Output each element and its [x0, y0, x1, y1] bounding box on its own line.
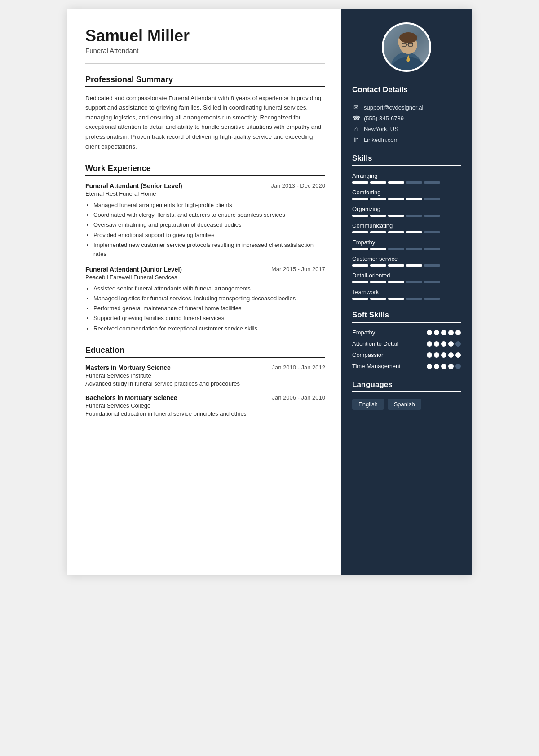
contact-text-2: NewYork, US: [364, 126, 398, 132]
contact-icon-2: ⌂: [352, 125, 360, 132]
job-date-1: Mar 2015 - Jun 2017: [271, 266, 325, 273]
contact-item-3: inLinkedIn.com: [352, 136, 461, 143]
edu-description-0: Advanced study in funeral service practi…: [85, 380, 325, 387]
soft-skill-row-0: Empathy: [352, 329, 461, 336]
skill-bar: [406, 231, 422, 233]
skill-bar: [352, 198, 368, 200]
skill-name-0: Arranging: [352, 172, 461, 179]
skill-bar: [388, 215, 404, 217]
soft-skills-title: Soft Skills: [352, 311, 461, 323]
skill-bar: [424, 215, 440, 217]
professional-summary-section: Professional Summary Dedicated and compa…: [85, 75, 325, 152]
skill-bar: [388, 181, 404, 184]
soft-skill-dots-1: [427, 341, 461, 347]
contact-text-3: LinkedIn.com: [364, 136, 398, 143]
skill-bar: [406, 181, 422, 184]
skill-bar: [370, 248, 386, 250]
soft-skill-dot: [455, 341, 461, 347]
skill-bar: [406, 198, 422, 200]
skill-bar: [424, 298, 440, 300]
work-experience-section: Work Experience Funeral Attendant (Senio…: [85, 164, 325, 333]
edu-date-0: Jan 2010 - Jan 2012: [272, 364, 325, 371]
job-bullet: Implemented new customer service protoco…: [93, 241, 325, 259]
languages-section: Languages EnglishSpanish: [352, 380, 461, 410]
skill-bar: [388, 264, 404, 267]
skill-name-6: Detail-oriented: [352, 272, 461, 279]
contact-section: Contact Details ✉support@cvdesigner.ai☎(…: [352, 85, 461, 143]
skill-bars-2: [352, 215, 461, 217]
job-bullets-1: Assisted senior funeral attendants with …: [85, 284, 325, 333]
skills-section: Skills ArrangingComfortingOrganizingComm…: [352, 154, 461, 300]
soft-skill-name-3: Time Management: [352, 363, 427, 369]
edu-degree-0: Masters in Mortuary Science: [85, 364, 171, 371]
soft-skill-dot: [441, 330, 446, 335]
skill-bar: [388, 198, 404, 200]
contact-item-2: ⌂NewYork, US: [352, 125, 461, 132]
job-title-0: Funeral Attendant (Senior Level): [85, 182, 182, 189]
soft-skill-dots-3: [427, 364, 461, 369]
job-bullet: Received commendation for exceptional cu…: [93, 324, 325, 333]
languages-list: EnglishSpanish: [352, 399, 461, 410]
edu-institution-1: Funeral Services College: [85, 402, 325, 409]
skill-bar: [406, 298, 422, 300]
contact-icon-1: ☎: [352, 114, 360, 122]
professional-summary-title: Professional Summary: [85, 75, 325, 87]
skill-bar: [388, 298, 404, 300]
skill-bar: [352, 264, 368, 267]
edu-degree-1: Bachelors in Mortuary Science: [85, 394, 177, 401]
skill-bar: [352, 298, 368, 300]
edu-description-1: Foundational education in funeral servic…: [85, 410, 325, 417]
contact-text-0: support@cvdesigner.ai: [364, 104, 423, 111]
avatar-placeholder: [384, 24, 429, 70]
skill-row-6: Detail-oriented: [352, 272, 461, 283]
job-bullet: Managed logistics for funeral services, …: [93, 294, 325, 303]
jobs-list: Funeral Attendant (Senior Level) Jan 201…: [85, 182, 325, 333]
skill-bar: [406, 248, 422, 250]
soft-skill-row-2: Compassion: [352, 352, 461, 358]
skill-bar: [424, 248, 440, 250]
job-bullet: Provided emotional support to grieving f…: [93, 231, 325, 240]
education-title: Education: [85, 346, 325, 358]
job-entry-0: Funeral Attendant (Senior Level) Jan 201…: [85, 182, 325, 259]
soft-skill-dot: [427, 330, 432, 335]
skill-row-4: Empathy: [352, 239, 461, 250]
skill-bar: [352, 248, 368, 250]
job-date-0: Jan 2013 - Dec 2020: [271, 182, 325, 189]
job-bullets-0: Managed funeral arrangements for high-pr…: [85, 201, 325, 259]
job-bullet: Managed funeral arrangements for high-pr…: [93, 201, 325, 210]
contact-icon-3: in: [352, 136, 360, 143]
skill-bar: [370, 181, 386, 184]
skill-bar: [406, 264, 422, 267]
education-list: Masters in Mortuary Science Jan 2010 - J…: [85, 364, 325, 417]
soft-skill-dots-2: [427, 352, 461, 358]
soft-skill-name-2: Compassion: [352, 352, 427, 358]
skill-bar: [388, 281, 404, 283]
soft-skill-dot: [455, 352, 461, 358]
soft-skill-dot: [441, 364, 446, 369]
contact-icon-0: ✉: [352, 104, 360, 111]
skill-bars-7: [352, 298, 461, 300]
skill-row-3: Communicating: [352, 222, 461, 233]
skill-bar: [388, 231, 404, 233]
soft-skill-dot: [441, 352, 446, 358]
soft-skill-row-1: Attention to Detail: [352, 340, 461, 347]
soft-skill-row-3: Time Management: [352, 363, 461, 369]
job-bullet: Coordinated with clergy, florists, and c…: [93, 211, 325, 220]
skill-bars-0: [352, 181, 461, 184]
avatar-svg: [384, 24, 429, 70]
soft-skill-dot: [427, 341, 432, 347]
skill-name-4: Empathy: [352, 239, 461, 246]
job-bullet: Performed general maintenance of funeral…: [93, 304, 325, 313]
soft-skill-dot: [448, 352, 454, 358]
soft-skill-dot: [434, 330, 439, 335]
skill-name-3: Communicating: [352, 222, 461, 229]
right-column: Contact Details ✉support@cvdesigner.ai☎(…: [341, 9, 472, 575]
skill-bar: [370, 264, 386, 267]
skill-bar: [424, 281, 440, 283]
job-company-0: Eternal Rest Funeral Home: [85, 190, 325, 197]
soft-skill-dot: [448, 341, 454, 347]
skill-bars-6: [352, 281, 461, 283]
left-column: Samuel Miller Funeral Attendant Professi…: [67, 9, 341, 575]
avatar-wrapper: [352, 22, 461, 72]
skill-bar: [370, 198, 386, 200]
